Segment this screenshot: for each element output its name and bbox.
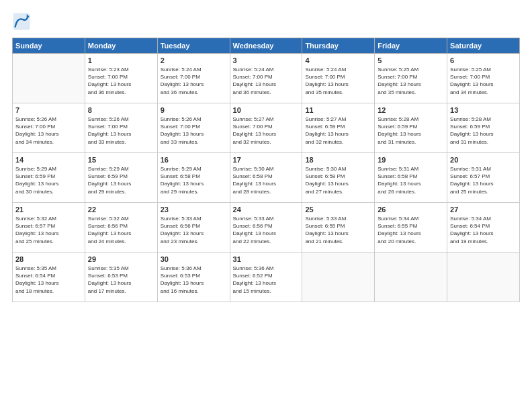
- day-info: Sunrise: 5:30 AM Sunset: 6:58 PM Dayligh…: [305, 165, 371, 195]
- day-number: 28: [15, 255, 82, 263]
- calendar-cell: 14Sunrise: 5:29 AM Sunset: 6:59 PM Dayli…: [13, 153, 85, 203]
- calendar-table: SundayMondayTuesdayWednesdayThursdayFrid…: [12, 38, 520, 302]
- calendar-cell: 5Sunrise: 5:25 AM Sunset: 7:00 PM Daylig…: [375, 54, 447, 103]
- calendar-cell: 31Sunrise: 5:36 AM Sunset: 6:52 PM Dayli…: [230, 253, 302, 302]
- day-info: Sunrise: 5:33 AM Sunset: 6:56 PM Dayligh…: [161, 215, 227, 245]
- day-info: Sunrise: 5:32 AM Sunset: 6:57 PM Dayligh…: [15, 215, 82, 245]
- calendar-cell: 28Sunrise: 5:35 AM Sunset: 6:54 PM Dayli…: [13, 253, 85, 302]
- day-info: Sunrise: 5:32 AM Sunset: 6:56 PM Dayligh…: [88, 215, 154, 245]
- day-info: Sunrise: 5:35 AM Sunset: 6:53 PM Dayligh…: [88, 265, 154, 295]
- day-info: Sunrise: 5:34 AM Sunset: 6:55 PM Dayligh…: [378, 215, 444, 245]
- day-number: 10: [233, 106, 300, 114]
- calendar-cell: 21Sunrise: 5:32 AM Sunset: 6:57 PM Dayli…: [13, 203, 85, 253]
- calendar-cell: 9Sunrise: 5:26 AM Sunset: 7:00 PM Daylig…: [157, 103, 230, 153]
- day-number: 26: [378, 205, 444, 214]
- day-number: 27: [450, 205, 517, 214]
- day-info: Sunrise: 5:31 AM Sunset: 6:57 PM Dayligh…: [450, 165, 517, 195]
- day-info: Sunrise: 5:33 AM Sunset: 6:56 PM Dayligh…: [233, 215, 300, 245]
- calendar-week-row: 21Sunrise: 5:32 AM Sunset: 6:57 PM Dayli…: [13, 203, 520, 253]
- day-info: Sunrise: 5:26 AM Sunset: 7:00 PM Dayligh…: [161, 116, 227, 146]
- calendar-header-friday: Friday: [375, 38, 447, 54]
- day-info: Sunrise: 5:25 AM Sunset: 7:00 PM Dayligh…: [450, 66, 517, 96]
- day-number: 7: [15, 106, 82, 114]
- day-info: Sunrise: 5:29 AM Sunset: 6:59 PM Dayligh…: [88, 165, 154, 195]
- calendar-week-row: 1Sunrise: 5:23 AM Sunset: 7:00 PM Daylig…: [13, 54, 520, 103]
- day-info: Sunrise: 5:35 AM Sunset: 6:54 PM Dayligh…: [15, 265, 82, 295]
- day-number: 31: [233, 255, 300, 263]
- day-info: Sunrise: 5:26 AM Sunset: 7:00 PM Dayligh…: [88, 116, 154, 146]
- day-info: Sunrise: 5:23 AM Sunset: 7:00 PM Dayligh…: [88, 66, 154, 96]
- calendar-cell: 18Sunrise: 5:30 AM Sunset: 6:58 PM Dayli…: [302, 153, 375, 203]
- day-number: 8: [88, 106, 154, 114]
- day-info: Sunrise: 5:29 AM Sunset: 6:59 PM Dayligh…: [15, 165, 82, 195]
- day-number: 14: [15, 156, 82, 164]
- day-number: 24: [233, 205, 300, 214]
- day-number: 19: [378, 156, 444, 164]
- calendar-header-monday: Monday: [85, 38, 157, 54]
- calendar-cell: 8Sunrise: 5:26 AM Sunset: 7:00 PM Daylig…: [85, 103, 157, 153]
- calendar-week-row: 28Sunrise: 5:35 AM Sunset: 6:54 PM Dayli…: [13, 253, 520, 302]
- day-info: Sunrise: 5:36 AM Sunset: 6:52 PM Dayligh…: [233, 265, 300, 295]
- day-info: Sunrise: 5:27 AM Sunset: 6:59 PM Dayligh…: [305, 116, 371, 146]
- calendar-cell: 17Sunrise: 5:30 AM Sunset: 6:58 PM Dayli…: [230, 153, 302, 203]
- day-number: 17: [233, 156, 300, 164]
- day-info: Sunrise: 5:28 AM Sunset: 6:59 PM Dayligh…: [450, 116, 517, 146]
- calendar-cell: 2Sunrise: 5:24 AM Sunset: 7:00 PM Daylig…: [157, 54, 230, 103]
- calendar-cell: 29Sunrise: 5:35 AM Sunset: 6:53 PM Dayli…: [85, 253, 157, 302]
- calendar-cell: [375, 253, 447, 302]
- calendar-cell: 1Sunrise: 5:23 AM Sunset: 7:00 PM Daylig…: [85, 54, 157, 103]
- day-info: Sunrise: 5:27 AM Sunset: 7:00 PM Dayligh…: [233, 116, 300, 146]
- day-number: 2: [161, 56, 227, 64]
- calendar-cell: 12Sunrise: 5:28 AM Sunset: 6:59 PM Dayli…: [375, 103, 447, 153]
- calendar-cell: 3Sunrise: 5:24 AM Sunset: 7:00 PM Daylig…: [230, 54, 302, 103]
- day-number: 1: [88, 56, 154, 64]
- calendar-cell: [13, 54, 85, 103]
- day-number: 22: [88, 205, 154, 214]
- day-info: Sunrise: 5:24 AM Sunset: 7:00 PM Dayligh…: [233, 66, 300, 96]
- calendar-week-row: 7Sunrise: 5:26 AM Sunset: 7:00 PM Daylig…: [13, 103, 520, 153]
- day-number: 18: [305, 156, 371, 164]
- day-info: Sunrise: 5:25 AM Sunset: 7:00 PM Dayligh…: [378, 66, 444, 96]
- day-number: 15: [88, 156, 154, 164]
- day-number: 5: [378, 56, 444, 64]
- calendar-week-row: 14Sunrise: 5:29 AM Sunset: 6:59 PM Dayli…: [13, 153, 520, 203]
- calendar-cell: 15Sunrise: 5:29 AM Sunset: 6:59 PM Dayli…: [85, 153, 157, 203]
- day-number: 11: [305, 106, 371, 114]
- day-info: Sunrise: 5:30 AM Sunset: 6:58 PM Dayligh…: [233, 165, 300, 195]
- calendar-cell: 11Sunrise: 5:27 AM Sunset: 6:59 PM Dayli…: [302, 103, 375, 153]
- logo-icon: [12, 12, 31, 31]
- day-info: Sunrise: 5:24 AM Sunset: 7:00 PM Dayligh…: [305, 66, 371, 96]
- calendar-header-tuesday: Tuesday: [157, 38, 230, 54]
- day-number: 16: [161, 156, 227, 164]
- calendar-cell: 10Sunrise: 5:27 AM Sunset: 7:00 PM Dayli…: [230, 103, 302, 153]
- calendar-cell: 22Sunrise: 5:32 AM Sunset: 6:56 PM Dayli…: [85, 203, 157, 253]
- calendar-header-saturday: Saturday: [447, 38, 520, 54]
- calendar-cell: 13Sunrise: 5:28 AM Sunset: 6:59 PM Dayli…: [447, 103, 520, 153]
- header: [12, 12, 520, 31]
- day-number: 20: [450, 156, 517, 164]
- day-info: Sunrise: 5:34 AM Sunset: 6:54 PM Dayligh…: [450, 215, 517, 245]
- calendar-header-sunday: Sunday: [13, 38, 85, 54]
- day-info: Sunrise: 5:24 AM Sunset: 7:00 PM Dayligh…: [161, 66, 227, 96]
- day-number: 23: [161, 205, 227, 214]
- calendar-cell: 4Sunrise: 5:24 AM Sunset: 7:00 PM Daylig…: [302, 54, 375, 103]
- day-info: Sunrise: 5:31 AM Sunset: 6:58 PM Dayligh…: [378, 165, 444, 195]
- day-number: 3: [233, 56, 300, 64]
- day-number: 12: [378, 106, 444, 114]
- day-number: 21: [15, 205, 82, 214]
- calendar-cell: 7Sunrise: 5:26 AM Sunset: 7:00 PM Daylig…: [13, 103, 85, 153]
- calendar-cell: 19Sunrise: 5:31 AM Sunset: 6:58 PM Dayli…: [375, 153, 447, 203]
- calendar-header-wednesday: Wednesday: [230, 38, 302, 54]
- calendar-cell: [447, 253, 520, 302]
- calendar-cell: 27Sunrise: 5:34 AM Sunset: 6:54 PM Dayli…: [447, 203, 520, 253]
- calendar-header-thursday: Thursday: [302, 38, 375, 54]
- day-number: 6: [450, 56, 517, 64]
- calendar-cell: 23Sunrise: 5:33 AM Sunset: 6:56 PM Dayli…: [157, 203, 230, 253]
- calendar-cell: 26Sunrise: 5:34 AM Sunset: 6:55 PM Dayli…: [375, 203, 447, 253]
- day-info: Sunrise: 5:28 AM Sunset: 6:59 PM Dayligh…: [378, 116, 444, 146]
- calendar-cell: 25Sunrise: 5:33 AM Sunset: 6:55 PM Dayli…: [302, 203, 375, 253]
- day-info: Sunrise: 5:36 AM Sunset: 6:53 PM Dayligh…: [161, 265, 227, 295]
- day-number: 13: [450, 106, 517, 114]
- calendar-header-row: SundayMondayTuesdayWednesdayThursdayFrid…: [13, 38, 520, 54]
- calendar-cell: 24Sunrise: 5:33 AM Sunset: 6:56 PM Dayli…: [230, 203, 302, 253]
